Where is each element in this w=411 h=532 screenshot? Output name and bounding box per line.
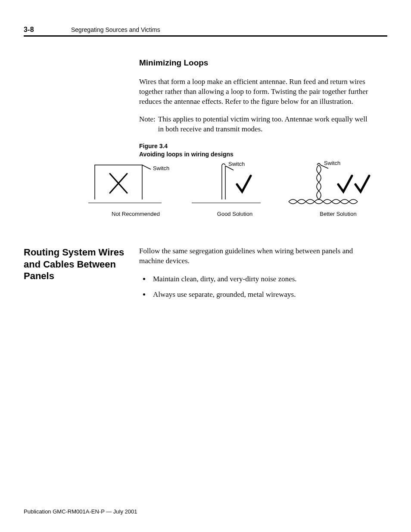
switch-label-c: Switch (324, 161, 340, 166)
panel-caption-c: Better Solution (284, 211, 392, 217)
switch-label-a: Switch (153, 165, 169, 171)
side-heading-routing: Routing System Wires and Cables Between … (24, 246, 139, 305)
note-label: Note: (139, 115, 158, 134)
figure-panel-not-recommended: Switch Not Recommended (86, 161, 185, 217)
heading-minimizing-loops: Minimizing Loops (139, 58, 372, 68)
section-routing-wires: Routing System Wires and Cables Between … (24, 246, 387, 305)
bullet-wireways: Always use separate, grounded, metal wir… (150, 289, 372, 300)
paragraph-loops-intro: Wires that form a loop make an efficient… (139, 77, 372, 107)
routing-intro: Follow the same segregation guidelines w… (139, 246, 372, 266)
panel-caption-a: Not Recommended (86, 211, 185, 217)
figure-panel-better: Switch Better Solution (284, 161, 392, 217)
switch-label-b: Switch (228, 161, 245, 167)
section-minimizing-loops: Minimizing Loops Wires that form a loop … (139, 58, 372, 158)
note-body: This applies to potential victim wiring … (158, 115, 372, 134)
routing-bullets: Maintain clean, dirty, and very-dirty no… (139, 274, 372, 300)
page-header: 3-8 Segregating Sources and Victims (24, 26, 387, 37)
cross-icon (110, 174, 127, 193)
routing-body: Follow the same segregation guidelines w… (139, 246, 372, 305)
page-number: 3-8 (24, 26, 71, 34)
figure-caption: Figure 3.4 Avoiding loops in wiring desi… (139, 142, 372, 159)
figure-title: Avoiding loops in wiring designs (139, 151, 234, 158)
twisted-pair-horizontal (289, 199, 358, 204)
note-block: Note: This applies to potential victim w… (139, 115, 372, 134)
chapter-title: Segregating Sources and Victims (71, 26, 160, 33)
figure-row: Switch Not Recommended Switch (86, 161, 387, 217)
publication-footer: Publication GMC-RM001A-EN-P — July 2001 (24, 508, 137, 515)
twisted-pair-vertical (317, 163, 328, 199)
panel-caption-b: Good Solution (185, 211, 284, 217)
check-icon (237, 176, 251, 192)
svg-line-1 (142, 165, 151, 169)
bullet-noise-zones: Maintain clean, dirty, and very-dirty no… (150, 274, 372, 284)
figure-panel-good: Switch Good Solution (185, 161, 284, 217)
figure-number: Figure 3.4 (139, 143, 168, 149)
double-check-icon (338, 176, 369, 192)
page: 3-8 Segregating Sources and Victims Mini… (0, 0, 411, 532)
